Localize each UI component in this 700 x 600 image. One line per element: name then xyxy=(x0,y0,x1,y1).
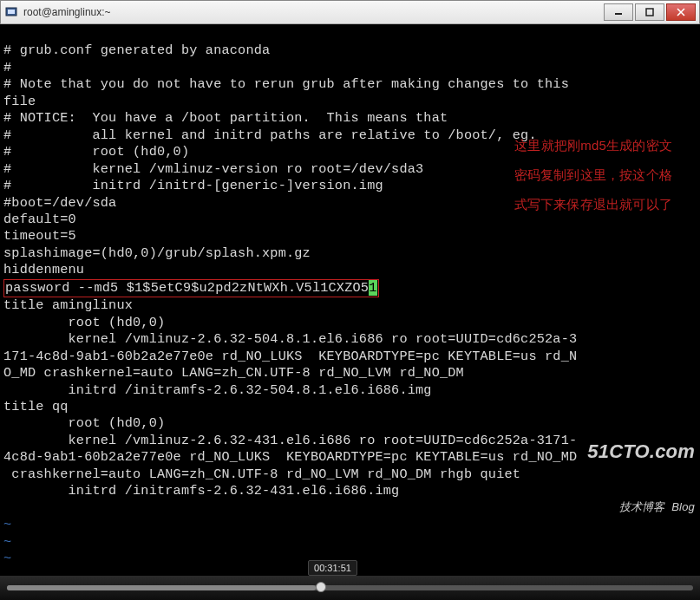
terminal-cursor: 1 xyxy=(369,280,377,296)
minimize-button[interactable] xyxy=(604,3,633,21)
grub-line: # root (hd0,0) xyxy=(3,144,189,160)
vi-empty-line: ~ xyxy=(3,551,11,566)
grub-line: # kernel /vmlinuz-version ro root=/dev/s… xyxy=(3,161,423,177)
grub-line: kernel /vmlinuz-2.6.32-431.el6.i686 ro r… xyxy=(3,433,577,448)
annotation-line-2: 密码复制到这里，按这个格 xyxy=(514,166,672,183)
grub-line: title aminglinux xyxy=(3,297,133,313)
grub-line: # xyxy=(3,60,11,75)
grub-line: # initrd /initrd-[generic-]version.img xyxy=(3,178,383,193)
grub-line: root (hd0,0) xyxy=(3,415,165,431)
watermark: 51CTO.com 技术博客 Blog xyxy=(587,401,695,553)
grub-line: title qq xyxy=(3,399,69,414)
watermark-main: 51CTO.com xyxy=(587,441,695,461)
annotation-line-3: 式写下来保存退出就可以了 xyxy=(514,196,672,212)
password-line-text: password --md5 $1$5etC9$u2pd2zNtWXh.V5l1… xyxy=(5,280,369,296)
grub-line: splashimage=(hd0,0)/grub/splash.xpm.gz xyxy=(3,245,311,261)
playback-time-tooltip: 00:31:51 xyxy=(308,560,357,576)
window-titlebar: root@aminglinux:~ xyxy=(0,0,700,24)
vi-empty-line: ~ xyxy=(3,534,11,550)
grub-line: initrd /initramfs-2.6.32-504.8.1.el6.i68… xyxy=(3,382,432,398)
grub-line: # all kernel and initrd paths are relati… xyxy=(3,127,537,143)
terminal-output[interactable]: # grub.conf generated by anaconda # # No… xyxy=(0,24,700,576)
grub-line: root (hd0,0) xyxy=(3,315,165,330)
grub-line: #boot=/dev/sda xyxy=(3,195,116,211)
svg-rect-1 xyxy=(8,10,15,14)
svg-rect-3 xyxy=(646,9,653,16)
window-title: root@aminglinux:~ xyxy=(23,6,604,18)
grub-line: O_MD crashkernel=auto LANG=zh_CN.UTF-8 r… xyxy=(3,365,464,381)
seek-knob[interactable] xyxy=(316,582,326,592)
seek-progress xyxy=(7,585,316,590)
password-line-highlight: password --md5 $1$5etC9$u2pd2zNtWXh.V5l1… xyxy=(3,279,379,297)
grub-line: crashkernel=auto LANG=zh_CN.UTF-8 rd_NO_… xyxy=(3,466,520,482)
grub-line: # grub.conf generated by anaconda xyxy=(3,42,270,58)
grub-line: file xyxy=(3,94,36,109)
vi-empty-line: ~ xyxy=(3,517,11,532)
window-buttons xyxy=(604,3,696,21)
putty-icon xyxy=(4,5,18,19)
grub-line: initrd /initramfs-2.6.32-431.el6.i686.im… xyxy=(3,483,399,499)
watermark-sub-zh: 技术博客 xyxy=(619,500,665,513)
seek-track[interactable] xyxy=(7,585,693,590)
video-playbar xyxy=(0,576,700,600)
grub-line: timeout=5 xyxy=(3,228,76,244)
maximize-button[interactable] xyxy=(635,3,664,21)
annotation-line-1: 这里就把刚md5生成的密文 xyxy=(514,137,672,153)
grub-line: kernel /vmlinuz-2.6.32-504.8.1.el6.i686 … xyxy=(3,331,577,347)
grub-line: 171-4c8d-9ab1-60b2a2e77e0e rd_NO_LUKS KE… xyxy=(3,349,577,364)
grub-line: default=0 xyxy=(3,212,76,227)
grub-line: # Note that you do not have to rerun gru… xyxy=(3,76,569,92)
watermark-sub-en: Blog xyxy=(671,500,695,513)
grub-line: hiddenmenu xyxy=(3,262,84,277)
grub-line: # NOTICE: You have a /boot partition. Th… xyxy=(3,110,448,126)
close-button[interactable] xyxy=(666,3,696,21)
grub-line: 4c8d-9ab1-60b2a2e77e0e rd_NO_LUKS KEYBOA… xyxy=(3,449,577,465)
